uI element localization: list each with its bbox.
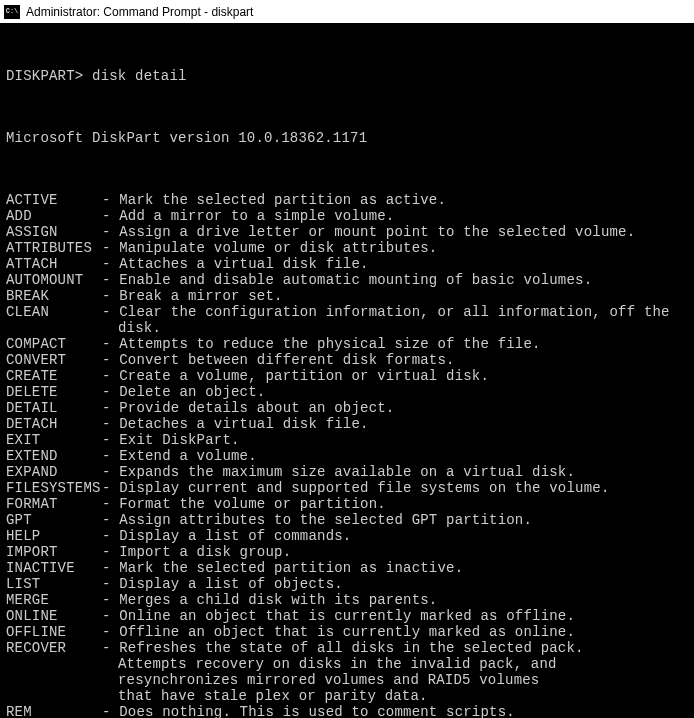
command-row: EXIT- Exit DiskPart. — [6, 432, 688, 448]
command-dash: - — [102, 336, 119, 352]
command-dash: - — [102, 208, 119, 224]
command-row: CREATE- Create a volume, partition or vi… — [6, 368, 688, 384]
command-desc-cont: resynchronizes mirrored volumes and RAID… — [6, 672, 688, 688]
command-desc: Refreshes the state of all disks in the … — [119, 640, 688, 656]
command-desc: Merges a child disk with its parents. — [119, 592, 688, 608]
command-row: DETACH- Detaches a virtual disk file. — [6, 416, 688, 432]
command-name: RECOVER — [6, 640, 102, 656]
command-row: BREAK- Break a mirror set. — [6, 288, 688, 304]
command-row: EXPAND- Expands the maximum size availab… — [6, 464, 688, 480]
command-dash: - — [102, 640, 119, 656]
command-row: OFFLINE- Offline an object that is curre… — [6, 624, 688, 640]
command-desc: Does nothing. This is used to comment sc… — [119, 704, 688, 718]
command-desc: Display a list of objects. — [119, 576, 688, 592]
command-dash: - — [102, 368, 119, 384]
command-desc: Provide details about an object. — [119, 400, 688, 416]
command-dash: - — [102, 288, 119, 304]
command-desc-cont: disk. — [6, 320, 688, 336]
command-row: HELP- Display a list of commands. — [6, 528, 688, 544]
command-desc: Expands the maximum size available on a … — [119, 464, 688, 480]
command-dash: - — [102, 352, 119, 368]
command-desc: Extend a volume. — [119, 448, 688, 464]
command-desc: Exit DiskPart. — [119, 432, 688, 448]
command-desc: Assign a drive letter or mount point to … — [119, 224, 688, 240]
command-name: ATTRIBUTES — [6, 240, 102, 256]
command-desc: Manipulate volume or disk attributes. — [119, 240, 688, 256]
command-desc: Enable and disable automatic mounting of… — [119, 272, 688, 288]
command-row: AUTOMOUNT- Enable and disable automatic … — [6, 272, 688, 288]
command-desc: Clear the configuration information, or … — [119, 304, 688, 320]
command-name: ASSIGN — [6, 224, 102, 240]
command-name: DETACH — [6, 416, 102, 432]
command-desc-cont: that have stale plex or parity data. — [6, 688, 688, 704]
command-desc: Create a volume, partition or virtual di… — [119, 368, 688, 384]
command-row: INACTIVE- Mark the selected partition as… — [6, 560, 688, 576]
command-name: MERGE — [6, 592, 102, 608]
cmd-icon-text: C:\ — [6, 8, 19, 15]
command-row: IMPORT- Import a disk group. — [6, 544, 688, 560]
command-desc: Mark the selected partition as active. — [119, 192, 688, 208]
command-input: disk detail — [92, 68, 187, 84]
prompt-line: DISKPART> disk detail — [6, 68, 688, 84]
command-name: AUTOMOUNT — [6, 272, 102, 288]
command-name: DETAIL — [6, 400, 102, 416]
terminal-output[interactable]: DISKPART> disk detail Microsoft DiskPart… — [0, 24, 694, 718]
command-name: HELP — [6, 528, 102, 544]
command-desc: Display a list of commands. — [119, 528, 688, 544]
command-name: EXTEND — [6, 448, 102, 464]
command-dash: - — [102, 192, 119, 208]
command-name: BREAK — [6, 288, 102, 304]
command-desc: Assign attributes to the selected GPT pa… — [119, 512, 688, 528]
command-desc: Display current and supported file syste… — [119, 480, 688, 496]
command-dash: - — [102, 544, 119, 560]
command-row: EXTEND- Extend a volume. — [6, 448, 688, 464]
command-row: MERGE- Merges a child disk with its pare… — [6, 592, 688, 608]
command-dash: - — [102, 384, 119, 400]
command-name: COMPACT — [6, 336, 102, 352]
command-row: DETAIL- Provide details about an object. — [6, 400, 688, 416]
command-name: DELETE — [6, 384, 102, 400]
command-desc: Format the volume or partition. — [119, 496, 688, 512]
command-row: GPT- Assign attributes to the selected G… — [6, 512, 688, 528]
command-desc: Add a mirror to a simple volume. — [119, 208, 688, 224]
command-desc: Attempts to reduce the physical size of … — [119, 336, 688, 352]
command-name: OFFLINE — [6, 624, 102, 640]
command-desc: Detaches a virtual disk file. — [119, 416, 688, 432]
command-row: CLEAN- Clear the configuration informati… — [6, 304, 688, 320]
command-list: ACTIVE- Mark the selected partition as a… — [6, 192, 688, 718]
command-dash: - — [102, 400, 119, 416]
command-dash: - — [102, 224, 119, 240]
command-desc: Delete an object. — [119, 384, 688, 400]
window-titlebar[interactable]: C:\ Administrator: Command Prompt - disk… — [0, 0, 694, 24]
command-dash: - — [102, 464, 119, 480]
command-name: CLEAN — [6, 304, 102, 320]
command-name: GPT — [6, 512, 102, 528]
command-row: COMPACT- Attempts to reduce the physical… — [6, 336, 688, 352]
command-name: ATTACH — [6, 256, 102, 272]
command-name: CONVERT — [6, 352, 102, 368]
command-name: ONLINE — [6, 608, 102, 624]
command-row: ONLINE- Online an object that is current… — [6, 608, 688, 624]
command-dash: - — [102, 704, 119, 718]
command-name: CREATE — [6, 368, 102, 384]
command-name: ACTIVE — [6, 192, 102, 208]
command-row: FILESYSTEMS- Display current and support… — [6, 480, 688, 496]
command-desc: Offline an object that is currently mark… — [119, 624, 688, 640]
prompt-text: DISKPART> — [6, 68, 83, 84]
command-dash: - — [102, 416, 119, 432]
command-dash: - — [102, 560, 119, 576]
command-dash: - — [102, 240, 119, 256]
cmd-icon: C:\ — [4, 5, 20, 19]
command-desc: Import a disk group. — [119, 544, 688, 560]
command-dash: - — [102, 256, 119, 272]
command-row: ADD- Add a mirror to a simple volume. — [6, 208, 688, 224]
command-dash: - — [102, 608, 119, 624]
command-name: LIST — [6, 576, 102, 592]
command-dash: - — [102, 448, 119, 464]
command-name: IMPORT — [6, 544, 102, 560]
window-title: Administrator: Command Prompt - diskpart — [26, 5, 253, 19]
command-row: ACTIVE- Mark the selected partition as a… — [6, 192, 688, 208]
version-line: Microsoft DiskPart version 10.0.18362.11… — [6, 130, 688, 146]
command-row: FORMAT- Format the volume or partition. — [6, 496, 688, 512]
command-desc: Convert between different disk formats. — [119, 352, 688, 368]
